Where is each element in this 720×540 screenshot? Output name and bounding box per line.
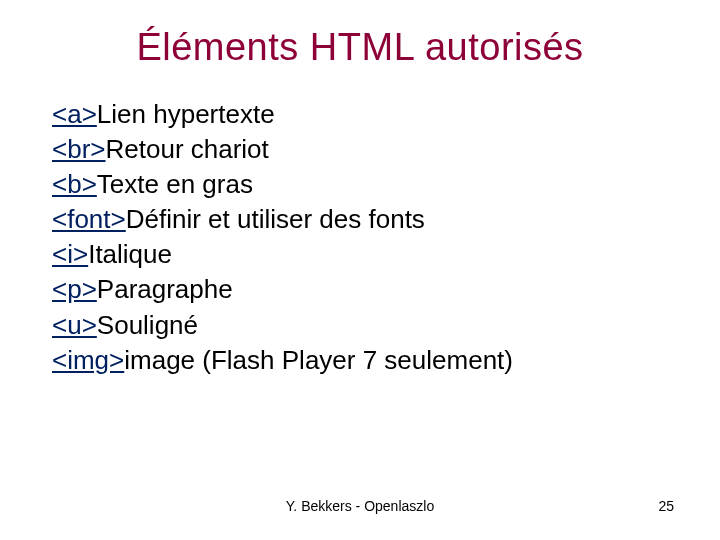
- list-item: <i>Italique: [52, 237, 680, 272]
- tag-a: <a>: [52, 99, 97, 129]
- desc: Lien hypertexte: [97, 99, 275, 129]
- desc: Retour chariot: [106, 134, 269, 164]
- desc: Souligné: [97, 310, 198, 340]
- tag-p: <p>: [52, 274, 97, 304]
- desc: Texte en gras: [97, 169, 253, 199]
- tag-u: <u>: [52, 310, 97, 340]
- list-item: <a>Lien hypertexte: [52, 97, 680, 132]
- desc: Italique: [88, 239, 172, 269]
- list-item: <font>Définir et utiliser des fonts: [52, 202, 680, 237]
- list-item: <img>image (Flash Player 7 seulement): [52, 343, 680, 378]
- list-item: <br>Retour chariot: [52, 132, 680, 167]
- desc: image (Flash Player 7 seulement): [124, 345, 513, 375]
- tag-i: <i>: [52, 239, 88, 269]
- desc: Définir et utiliser des fonts: [126, 204, 425, 234]
- page-number: 25: [658, 498, 674, 514]
- slide-title: Éléments HTML autorisés: [40, 26, 680, 69]
- desc: Paragraphe: [97, 274, 233, 304]
- content-list: <a>Lien hypertexte <br>Retour chariot <b…: [40, 97, 680, 378]
- footer-author: Y. Bekkers - Openlaszlo: [286, 498, 434, 514]
- tag-img: <img>: [52, 345, 124, 375]
- footer: Y. Bekkers - Openlaszlo 25: [0, 498, 720, 514]
- slide: Éléments HTML autorisés <a>Lien hypertex…: [0, 0, 720, 540]
- tag-b: <b>: [52, 169, 97, 199]
- list-item: <b>Texte en gras: [52, 167, 680, 202]
- tag-font: <font>: [52, 204, 126, 234]
- tag-br: <br>: [52, 134, 106, 164]
- list-item: <p>Paragraphe: [52, 272, 680, 307]
- list-item: <u>Souligné: [52, 308, 680, 343]
